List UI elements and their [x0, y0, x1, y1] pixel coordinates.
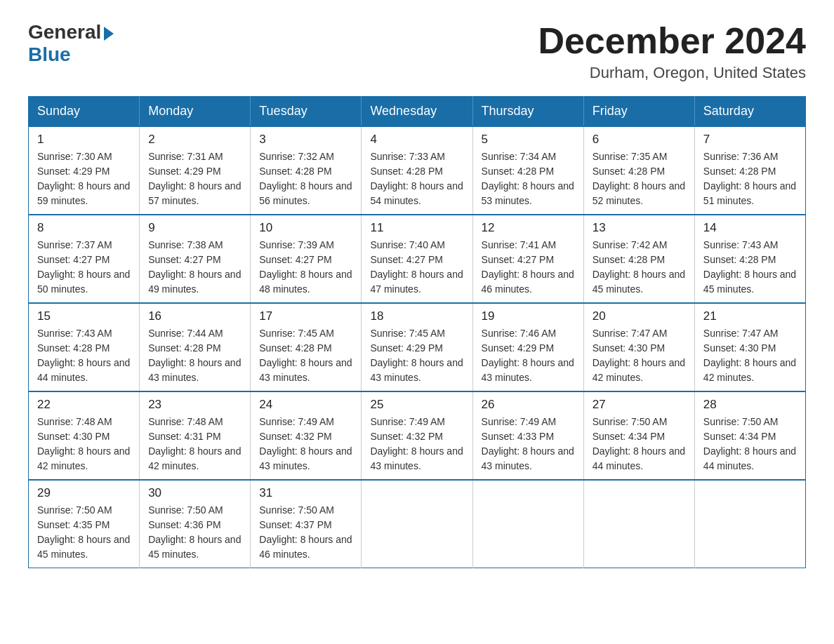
day-info: Sunrise: 7:42 AM Sunset: 4:28 PM Dayligh…	[593, 238, 686, 297]
day-number: 3	[259, 133, 352, 147]
daylight-label: Daylight: 8 hours and 53 minutes.	[482, 180, 574, 206]
daylight-label: Daylight: 8 hours and 57 minutes.	[148, 180, 241, 206]
calendar-cell: 26 Sunrise: 7:49 AM Sunset: 4:33 PM Dayl…	[472, 391, 583, 480]
calendar-cell: 15 Sunrise: 7:43 AM Sunset: 4:28 PM Dayl…	[29, 303, 140, 391]
sunset-label: Sunset: 4:28 PM	[259, 342, 332, 354]
calendar-cell: 9 Sunrise: 7:38 AM Sunset: 4:27 PM Dayli…	[140, 215, 251, 303]
sunset-label: Sunset: 4:35 PM	[37, 519, 110, 530]
calendar-cell: 20 Sunrise: 7:47 AM Sunset: 4:30 PM Dayl…	[583, 303, 694, 391]
day-number: 13	[593, 221, 686, 235]
sunset-label: Sunset: 4:29 PM	[148, 166, 221, 177]
page-header: General Blue December 2024 Durham, Orego…	[28, 21, 806, 82]
sunrise-label: Sunrise: 7:38 AM	[148, 239, 223, 250]
day-number: 8	[37, 221, 131, 235]
calendar-cell: 13 Sunrise: 7:42 AM Sunset: 4:28 PM Dayl…	[583, 215, 694, 303]
calendar-cell: 19 Sunrise: 7:46 AM Sunset: 4:29 PM Dayl…	[472, 303, 583, 391]
calendar-week-row: 29 Sunrise: 7:50 AM Sunset: 4:35 PM Dayl…	[29, 480, 806, 568]
sunrise-label: Sunrise: 7:41 AM	[482, 239, 557, 250]
sunrise-label: Sunrise: 7:50 AM	[593, 416, 668, 427]
calendar-cell	[583, 480, 694, 568]
sunset-label: Sunset: 4:32 PM	[259, 431, 332, 442]
sunrise-label: Sunrise: 7:45 AM	[259, 328, 334, 339]
daylight-label: Daylight: 8 hours and 44 minutes.	[703, 445, 796, 471]
daylight-label: Daylight: 8 hours and 59 minutes.	[37, 180, 130, 206]
calendar-cell: 16 Sunrise: 7:44 AM Sunset: 4:28 PM Dayl…	[140, 303, 251, 391]
daylight-label: Daylight: 8 hours and 45 minutes.	[703, 269, 796, 295]
sunrise-label: Sunrise: 7:49 AM	[370, 416, 445, 427]
sunset-label: Sunset: 4:31 PM	[148, 431, 221, 442]
daylight-label: Daylight: 8 hours and 42 minutes.	[148, 445, 241, 471]
day-of-week-header: Sunday	[29, 97, 140, 127]
day-info: Sunrise: 7:47 AM Sunset: 4:30 PM Dayligh…	[593, 326, 686, 385]
daylight-label: Daylight: 8 hours and 56 minutes.	[259, 180, 352, 206]
sunrise-label: Sunrise: 7:50 AM	[703, 416, 779, 427]
calendar-cell: 24 Sunrise: 7:49 AM Sunset: 4:32 PM Dayl…	[251, 391, 362, 480]
day-number: 18	[370, 309, 463, 323]
calendar-cell: 22 Sunrise: 7:48 AM Sunset: 4:30 PM Dayl…	[29, 391, 140, 480]
sunrise-label: Sunrise: 7:50 AM	[148, 504, 223, 516]
day-info: Sunrise: 7:46 AM Sunset: 4:29 PM Dayligh…	[482, 326, 575, 385]
day-info: Sunrise: 7:43 AM Sunset: 4:28 PM Dayligh…	[703, 238, 797, 297]
sunset-label: Sunset: 4:27 PM	[370, 254, 443, 265]
logo-blue-text: Blue	[28, 43, 71, 66]
daylight-label: Daylight: 8 hours and 50 minutes.	[37, 269, 130, 295]
sunrise-label: Sunrise: 7:31 AM	[148, 151, 223, 162]
sunrise-label: Sunrise: 7:47 AM	[593, 328, 668, 339]
sunrise-label: Sunrise: 7:42 AM	[593, 239, 668, 250]
day-number: 10	[259, 221, 352, 235]
title-section: December 2024 Durham, Oregon, United Sta…	[538, 21, 806, 82]
daylight-label: Daylight: 8 hours and 45 minutes.	[593, 269, 685, 295]
day-info: Sunrise: 7:50 AM Sunset: 4:35 PM Dayligh…	[37, 503, 131, 562]
sunset-label: Sunset: 4:28 PM	[482, 166, 555, 177]
day-number: 12	[482, 221, 575, 235]
day-number: 2	[148, 133, 241, 147]
daylight-label: Daylight: 8 hours and 43 minutes.	[148, 357, 241, 383]
day-number: 5	[482, 133, 575, 147]
daylight-label: Daylight: 8 hours and 45 minutes.	[37, 534, 130, 560]
day-number: 28	[703, 398, 797, 412]
sunrise-label: Sunrise: 7:50 AM	[37, 504, 112, 516]
daylight-label: Daylight: 8 hours and 43 minutes.	[482, 445, 574, 471]
calendar-cell: 3 Sunrise: 7:32 AM Sunset: 4:28 PM Dayli…	[251, 126, 362, 215]
day-number: 23	[148, 398, 241, 412]
day-info: Sunrise: 7:49 AM Sunset: 4:32 PM Dayligh…	[370, 415, 463, 474]
daylight-label: Daylight: 8 hours and 44 minutes.	[37, 357, 130, 383]
daylight-label: Daylight: 8 hours and 54 minutes.	[370, 180, 463, 206]
month-title: December 2024	[538, 21, 806, 61]
sunset-label: Sunset: 4:29 PM	[370, 342, 443, 354]
calendar-cell: 11 Sunrise: 7:40 AM Sunset: 4:27 PM Dayl…	[362, 215, 472, 303]
sunset-label: Sunset: 4:30 PM	[703, 342, 776, 354]
day-number: 22	[37, 398, 131, 412]
sunrise-label: Sunrise: 7:30 AM	[37, 151, 112, 162]
sunrise-label: Sunrise: 7:46 AM	[482, 328, 557, 339]
day-info: Sunrise: 7:33 AM Sunset: 4:28 PM Dayligh…	[370, 149, 463, 208]
logo: General Blue	[28, 21, 114, 66]
day-number: 14	[703, 221, 797, 235]
day-info: Sunrise: 7:32 AM Sunset: 4:28 PM Dayligh…	[259, 149, 352, 208]
calendar-cell: 8 Sunrise: 7:37 AM Sunset: 4:27 PM Dayli…	[29, 215, 140, 303]
calendar-cell: 4 Sunrise: 7:33 AM Sunset: 4:28 PM Dayli…	[362, 126, 472, 215]
day-of-week-header: Saturday	[694, 97, 805, 127]
day-number: 25	[370, 398, 463, 412]
calendar-cell: 29 Sunrise: 7:50 AM Sunset: 4:35 PM Dayl…	[29, 480, 140, 568]
sunset-label: Sunset: 4:28 PM	[703, 254, 776, 265]
location-text: Durham, Oregon, United States	[538, 64, 806, 82]
calendar-cell: 10 Sunrise: 7:39 AM Sunset: 4:27 PM Dayl…	[251, 215, 362, 303]
day-number: 24	[259, 398, 352, 412]
day-number: 30	[148, 486, 241, 500]
sunrise-label: Sunrise: 7:49 AM	[482, 416, 557, 427]
day-number: 11	[370, 221, 463, 235]
day-info: Sunrise: 7:49 AM Sunset: 4:33 PM Dayligh…	[482, 415, 575, 474]
sunrise-label: Sunrise: 7:48 AM	[148, 416, 223, 427]
calendar-cell: 17 Sunrise: 7:45 AM Sunset: 4:28 PM Dayl…	[251, 303, 362, 391]
sunset-label: Sunset: 4:30 PM	[593, 342, 666, 354]
sunset-label: Sunset: 4:28 PM	[593, 166, 666, 177]
day-number: 19	[482, 309, 575, 323]
sunrise-label: Sunrise: 7:37 AM	[37, 239, 112, 250]
daylight-label: Daylight: 8 hours and 43 minutes.	[259, 445, 352, 471]
calendar-table: SundayMondayTuesdayWednesdayThursdayFrid…	[28, 96, 806, 568]
sunset-label: Sunset: 4:37 PM	[259, 519, 332, 530]
sunset-label: Sunset: 4:28 PM	[593, 254, 666, 265]
sunrise-label: Sunrise: 7:34 AM	[482, 151, 557, 162]
calendar-cell: 27 Sunrise: 7:50 AM Sunset: 4:34 PM Dayl…	[583, 391, 694, 480]
